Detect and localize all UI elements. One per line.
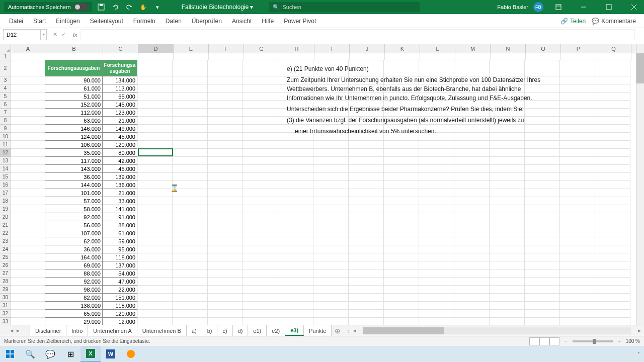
- cell-H11[interactable]: [278, 141, 313, 149]
- cell-F14[interactable]: [208, 165, 243, 173]
- cell-P6[interactable]: [560, 101, 595, 109]
- cell-E33[interactable]: [173, 318, 208, 325]
- cell-K30[interactable]: [384, 294, 419, 302]
- cell-A8[interactable]: [11, 117, 45, 125]
- cell-D25[interactable]: [137, 253, 173, 261]
- row-header-16[interactable]: 16: [0, 181, 11, 189]
- col-header-J[interactable]: J: [350, 44, 385, 53]
- cell-G16[interactable]: [243, 181, 278, 189]
- cell-D5[interactable]: [137, 93, 173, 101]
- cell-P18[interactable]: [560, 197, 595, 205]
- cell-O15[interactable]: [525, 173, 560, 181]
- cell-A16[interactable]: [11, 181, 45, 189]
- cell-G21[interactable]: [243, 221, 278, 229]
- cell-A11[interactable]: [11, 141, 45, 149]
- cell-G26[interactable]: [243, 261, 278, 269]
- cell-O28[interactable]: [525, 278, 560, 286]
- sheet-tab-e1[interactable]: e1): [248, 325, 267, 336]
- cell-I21[interactable]: [313, 221, 349, 229]
- cell-Q33[interactable]: [595, 318, 630, 325]
- cell-C2[interactable]: Forschungsausgaben: [102, 60, 137, 76]
- cell-F19[interactable]: [208, 205, 243, 213]
- cell-N31[interactable]: [490, 302, 525, 310]
- cell-A14[interactable]: [11, 165, 45, 173]
- cell-I25[interactable]: [313, 253, 349, 261]
- name-box-dropdown[interactable]: ▾: [41, 29, 47, 40]
- cell-B31[interactable]: 138.000: [45, 301, 103, 310]
- cell-Q23[interactable]: [595, 237, 630, 245]
- firefox-taskbar-icon[interactable]: [121, 346, 141, 362]
- cell-J31[interactable]: [349, 302, 384, 310]
- excel-taskbar-icon[interactable]: X: [80, 346, 101, 362]
- horizontal-scrollbar[interactable]: ⋮ ◄ ►: [344, 325, 644, 336]
- col-header-C[interactable]: C: [103, 44, 138, 53]
- cell-P21[interactable]: [560, 221, 595, 229]
- cell-B15[interactable]: 36.000: [45, 172, 103, 181]
- cell-J1[interactable]: [350, 53, 385, 60]
- sheet-tab-punkte[interactable]: Punkte: [304, 325, 332, 336]
- cell-B13[interactable]: 117.000: [45, 156, 103, 165]
- cell-O27[interactable]: [525, 269, 560, 278]
- cell-C31[interactable]: 118.000: [102, 301, 137, 310]
- cell-F24[interactable]: [208, 245, 243, 253]
- cell-B23[interactable]: 62.000: [45, 237, 103, 245]
- cell-G27[interactable]: [243, 269, 278, 278]
- cell-M18[interactable]: [454, 197, 490, 205]
- cell-D7[interactable]: [137, 109, 173, 117]
- cell-M15[interactable]: [454, 173, 490, 181]
- redo-icon[interactable]: [125, 3, 133, 11]
- cell-L29[interactable]: [419, 286, 454, 294]
- cell-I13[interactable]: [313, 157, 349, 165]
- cell-G30[interactable]: [243, 294, 278, 302]
- cell-M26[interactable]: [454, 261, 490, 269]
- cell-C20[interactable]: 91.000: [102, 213, 137, 221]
- sheet-tab-unternehmena[interactable]: Unternehmen A: [88, 325, 137, 336]
- cell-B7[interactable]: 112.000: [45, 108, 103, 117]
- cell-F31[interactable]: [208, 302, 243, 310]
- cell-A9[interactable]: [11, 125, 45, 133]
- cell-B1[interactable]: [45, 53, 103, 60]
- cell-F1[interactable]: [209, 53, 244, 60]
- fx-icon[interactable]: fx: [73, 32, 77, 38]
- cell-M30[interactable]: [454, 294, 490, 302]
- user-avatar[interactable]: FB: [533, 2, 543, 12]
- cell-O29[interactable]: [525, 286, 560, 294]
- cell-N17[interactable]: [490, 189, 525, 197]
- cell-Q31[interactable]: [595, 302, 630, 310]
- cell-E28[interactable]: [173, 278, 208, 286]
- select-all-button[interactable]: [0, 44, 11, 53]
- cell-F22[interactable]: [208, 229, 243, 237]
- cell-N20[interactable]: [490, 213, 525, 221]
- cell-Q17[interactable]: [595, 189, 630, 197]
- cell-F5[interactable]: [208, 93, 243, 101]
- cell-E20[interactable]: [173, 213, 208, 221]
- cell-I19[interactable]: [313, 205, 349, 213]
- cell-B8[interactable]: 63.000: [45, 116, 103, 125]
- cell-Q24[interactable]: [595, 245, 630, 253]
- undo-icon[interactable]: [111, 3, 119, 11]
- name-box[interactable]: D12: [3, 29, 41, 40]
- cell-A6[interactable]: [11, 101, 45, 109]
- tab-einfuegen[interactable]: Einfügen: [51, 14, 85, 28]
- cell-E8[interactable]: [173, 117, 208, 125]
- cell-N26[interactable]: [490, 261, 525, 269]
- cell-P31[interactable]: [560, 302, 595, 310]
- cell-E27[interactable]: [173, 269, 208, 278]
- cell-D17[interactable]: [137, 189, 173, 197]
- cell-N14[interactable]: [490, 165, 525, 173]
- cell-C21[interactable]: 88.000: [102, 221, 137, 229]
- cell-D22[interactable]: [137, 229, 173, 237]
- cell-C29[interactable]: 22.000: [102, 285, 137, 294]
- cell-M20[interactable]: [454, 213, 490, 221]
- cell-F29[interactable]: [208, 286, 243, 294]
- cell-P8[interactable]: [560, 117, 595, 125]
- cell-D18[interactable]: [137, 197, 173, 205]
- task-view-icon[interactable]: ⊞: [60, 346, 80, 362]
- cell-O22[interactable]: [525, 229, 560, 237]
- row-header-9[interactable]: 9: [0, 125, 11, 133]
- cell-G23[interactable]: [243, 237, 278, 245]
- cell-G5[interactable]: [243, 93, 278, 101]
- cell-C22[interactable]: 61.000: [102, 229, 137, 237]
- cell-P22[interactable]: [560, 229, 595, 237]
- row-header-24[interactable]: 24: [0, 245, 11, 253]
